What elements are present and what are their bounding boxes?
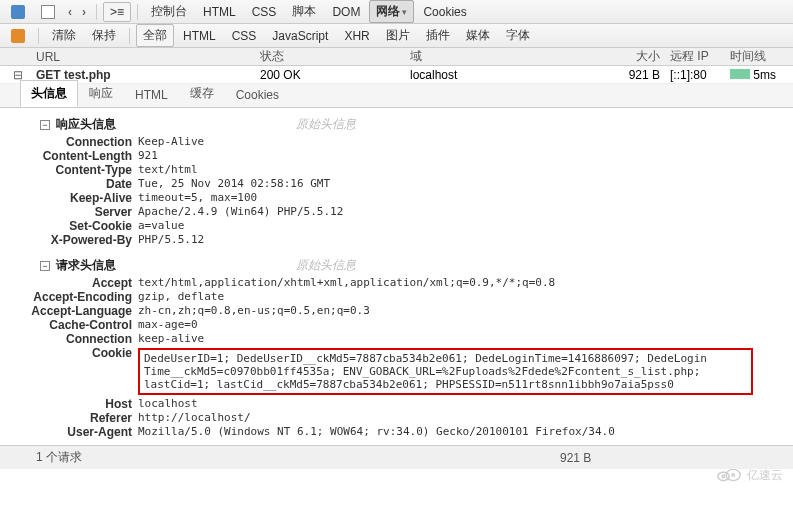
filter-html[interactable]: HTML [176,26,223,46]
tab-html-body[interactable]: HTML [124,83,179,107]
header-row-cookie: CookieDedeUserID=1; DedeUserID__ckMd5=78… [0,346,793,397]
header-row: ConnectionKeep-Alive [0,135,793,149]
tab-response[interactable]: 响应 [78,80,124,107]
col-url[interactable]: URL [0,50,260,64]
filter-css[interactable]: CSS [225,26,264,46]
request-remote-ip: [::1]:80 [670,68,730,82]
header-row: Set-Cookiea=value [0,219,793,233]
header-row: User-AgentMozilla/5.0 (Windows NT 6.1; W… [0,425,793,439]
raw-link[interactable]: 原始头信息 [296,257,356,274]
col-timeline[interactable]: 时间线 [730,48,793,65]
header-row: Cache-Controlmax-age=0 [0,318,793,332]
response-title: 响应头信息 [56,116,116,133]
col-domain[interactable]: 域 [410,48,610,65]
tab-dom[interactable]: DOM [325,2,367,22]
filter-js[interactable]: JavaScript [265,26,335,46]
header-row: DateTue, 25 Nov 2014 02:58:16 GMT [0,177,793,191]
main-toolbar: ‹ › >≡ 控制台 HTML CSS 脚本 DOM 网络▾ Cookies [0,0,793,24]
persist-button[interactable]: 保持 [85,24,123,47]
response-section-header: − 响应头信息 原始头信息 [0,114,793,135]
total-size: 921 B [560,451,591,465]
firebug-icon[interactable] [4,2,32,22]
header-row: Accepttext/html,application/xhtml+xml,ap… [0,276,793,290]
cookie-highlight: DedeUserID=1; DedeUserID__ckMd5=7887cba5… [138,348,753,395]
tab-headers[interactable]: 头信息 [20,80,78,107]
header-row: Keep-Alivetimeout=5, max=100 [0,191,793,205]
header-row: Accept-Encodinggzip, deflate [0,290,793,304]
header-row: Accept-Languagezh-cn,zh;q=0.8,en-us;q=0.… [0,304,793,318]
headers-pane: − 响应头信息 原始头信息 ConnectionKeep-Alive Conte… [0,108,793,445]
header-row: X-Powered-ByPHP/5.5.12 [0,233,793,247]
header-row: Hostlocalhost [0,397,793,411]
filter-fonts[interactable]: 字体 [499,24,537,47]
column-headers: URL 状态 域 大小 远程 IP 时间线 [0,48,793,66]
tab-cookies[interactable]: Cookies [416,2,473,22]
col-size[interactable]: 大小 [610,48,670,65]
clear-button[interactable]: 清除 [45,24,83,47]
col-status[interactable]: 状态 [260,48,410,65]
header-row: ServerApache/2.4.9 (Win64) PHP/5.5.12 [0,205,793,219]
col-remote-ip[interactable]: 远程 IP [670,48,730,65]
request-size: 921 B [610,68,670,82]
request-section-header: − 请求头信息 原始头信息 [0,255,793,276]
separator [129,28,130,44]
tab-cache[interactable]: 缓存 [179,80,225,107]
request-count: 1 个请求 [36,449,82,466]
filter-plugins[interactable]: 插件 [419,24,457,47]
collapse-icon[interactable]: − [40,120,50,130]
filter-toolbar: 清除 保持 全部 HTML CSS JavaScript XHR 图片 插件 媒… [0,24,793,48]
filter-all[interactable]: 全部 [136,24,174,47]
separator [38,28,39,44]
filter-xhr[interactable]: XHR [337,26,376,46]
filter-images[interactable]: 图片 [379,24,417,47]
tab-cookies-detail[interactable]: Cookies [225,83,290,107]
header-row: Connectionkeep-alive [0,332,793,346]
tab-css[interactable]: CSS [245,2,284,22]
nav-fwd[interactable]: › [78,5,90,19]
header-row: Content-Length921 [0,149,793,163]
tab-console[interactable]: 控制台 [144,0,194,23]
separator [137,4,138,20]
console-toggle-icon[interactable]: >≡ [103,2,131,22]
raw-link[interactable]: 原始头信息 [296,116,356,133]
tab-html[interactable]: HTML [196,2,243,22]
header-row: Refererhttp://localhost/ [0,411,793,425]
separator [96,4,97,20]
request-status: 200 OK [260,68,410,82]
filter-media[interactable]: 媒体 [459,24,497,47]
request-title: 请求头信息 [56,257,116,274]
tab-network[interactable]: 网络▾ [369,0,414,23]
tab-script[interactable]: 脚本 [285,0,323,23]
status-bar: 1 个请求 921 B [0,445,793,469]
header-row: Content-Typetext/html [0,163,793,177]
chevron-down-icon: ▾ [402,7,407,17]
nav-back[interactable]: ‹ [64,5,76,19]
inspect-icon[interactable] [34,2,62,22]
request-timeline: 5ms [730,68,793,82]
collapse-icon[interactable]: − [40,261,50,271]
break-icon[interactable] [4,26,32,46]
detail-tabs: 头信息 响应 HTML 缓存 Cookies [0,84,793,108]
request-domain: localhost [410,68,610,82]
